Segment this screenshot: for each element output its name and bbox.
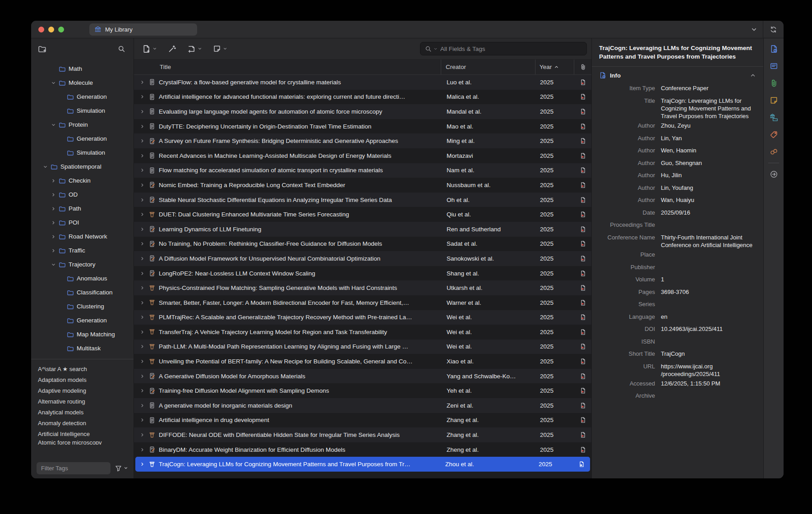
collection-tree-item[interactable]: Spatiotemporal bbox=[31, 160, 134, 174]
row-twisty-icon[interactable] bbox=[139, 271, 145, 276]
row-twisty-icon[interactable] bbox=[139, 109, 145, 114]
item-row[interactable]: A Generative Diffusion Model for Amorpho… bbox=[134, 369, 591, 384]
item-row[interactable]: Training-free Diffusion Model Alignment … bbox=[134, 383, 591, 398]
item-row[interactable]: No Training, No Problem: Rethinking Clas… bbox=[134, 237, 591, 252]
item-row[interactable]: Nomic Embed: Training a Reproducible Lon… bbox=[134, 178, 591, 193]
collection-tree-item[interactable]: OD bbox=[31, 188, 134, 202]
tab-my-library[interactable]: My Library bbox=[89, 23, 197, 36]
item-row[interactable]: Unveiling the Potential of BERT-family: … bbox=[134, 354, 591, 369]
column-header-title[interactable]: Title bbox=[134, 60, 441, 74]
row-twisty-icon[interactable] bbox=[139, 168, 145, 173]
row-twisty-icon[interactable] bbox=[139, 227, 145, 232]
locate-pane-button[interactable] bbox=[770, 170, 778, 179]
row-twisty-icon[interactable] bbox=[139, 285, 145, 290]
row-twisty-icon[interactable] bbox=[139, 138, 145, 143]
related-pane-button[interactable] bbox=[770, 147, 778, 156]
item-row[interactable]: A generative model for inorganic materia… bbox=[134, 398, 591, 413]
field-value[interactable]: Zhou, Zeyu bbox=[661, 120, 757, 129]
field-value[interactable] bbox=[661, 298, 757, 300]
new-collection-button[interactable] bbox=[38, 45, 46, 53]
collection-tree-item[interactable]: Simulation bbox=[31, 104, 134, 118]
zoom-window-button[interactable] bbox=[58, 27, 64, 32]
tag-item[interactable]: Atomic force microscopy bbox=[38, 439, 134, 445]
item-row[interactable]: CrystalFlow: a flow-based generative mod… bbox=[134, 75, 591, 90]
field-value[interactable]: en bbox=[661, 311, 757, 321]
collection-tree-item[interactable]: Generation bbox=[31, 313, 134, 327]
row-twisty-icon[interactable] bbox=[139, 256, 145, 261]
item-row[interactable]: Learning Dynamics of LLM Finetuning Ren … bbox=[134, 222, 591, 237]
field-value[interactable]: Lin, Youfang bbox=[661, 182, 757, 192]
field-value[interactable]: Wan, Huaiyu bbox=[661, 194, 757, 204]
collection-tree-item[interactable]: Molecule bbox=[31, 76, 134, 90]
field-value[interactable]: 2025/09/16 bbox=[661, 207, 757, 216]
collection-tree-item[interactable]: Classification bbox=[31, 285, 134, 299]
field-value[interactable]: TrajCogn: Leveraging LLMs for Cognizing … bbox=[661, 95, 757, 120]
field-value[interactable]: Guo, Shengnan bbox=[661, 157, 757, 167]
row-twisty-icon[interactable] bbox=[139, 94, 145, 99]
row-twisty-icon[interactable] bbox=[139, 153, 145, 158]
field-value[interactable] bbox=[661, 219, 757, 221]
row-twisty-icon[interactable] bbox=[139, 359, 145, 364]
collection-tree-item[interactable]: Protein bbox=[31, 118, 134, 132]
row-twisty-icon[interactable] bbox=[139, 462, 145, 467]
collection-tree-item[interactable]: Anomalous bbox=[31, 271, 134, 285]
column-header-creator[interactable]: Creator bbox=[441, 60, 535, 74]
collapse-section-icon[interactable] bbox=[750, 72, 756, 78]
collection-tree-item[interactable]: Trajectory bbox=[31, 257, 134, 271]
tree-twisty-icon[interactable] bbox=[51, 178, 56, 184]
notes-pane-button[interactable] bbox=[770, 96, 778, 105]
collection-tree-item[interactable]: Path bbox=[31, 202, 134, 216]
tree-twisty-icon[interactable] bbox=[51, 206, 56, 211]
item-row[interactable]: A Survey on Future Frame Synthesis: Brid… bbox=[134, 133, 591, 148]
new-item-button[interactable] bbox=[142, 45, 157, 53]
tag-item[interactable]: Adaptive modeling bbox=[38, 385, 134, 396]
row-twisty-icon[interactable] bbox=[139, 241, 145, 246]
item-row[interactable]: Recent Advances in Machine Learning-Assi… bbox=[134, 148, 591, 163]
field-value[interactable]: Thirty-Fourth International Joint Confer… bbox=[661, 232, 757, 249]
field-value[interactable]: https://www.ijcai.org /proceedings/2025/… bbox=[661, 361, 757, 378]
abstract-pane-button[interactable] bbox=[770, 62, 778, 70]
row-twisty-icon[interactable] bbox=[139, 80, 145, 85]
tag-item[interactable]: Analytical models bbox=[38, 407, 134, 418]
field-value[interactable] bbox=[661, 336, 757, 338]
info-pane-button[interactable] bbox=[770, 45, 778, 53]
row-twisty-icon[interactable] bbox=[139, 315, 145, 320]
item-row[interactable]: Smarter, Better, Faster, Longer: A Moder… bbox=[134, 295, 591, 310]
collection-tree-item[interactable]: Traffic bbox=[31, 243, 134, 257]
tree-twisty-icon[interactable] bbox=[51, 80, 56, 86]
item-row[interactable]: DUET: Dual Clustering Enhanced Multivari… bbox=[134, 207, 591, 222]
field-value[interactable]: Wen, Haomin bbox=[661, 145, 757, 154]
column-header-attachment[interactable] bbox=[574, 60, 591, 74]
item-row[interactable]: A Diffusion Model Framework for Unsuperv… bbox=[134, 251, 591, 266]
tab-list-button[interactable] bbox=[745, 21, 763, 38]
item-row[interactable]: Stable Neural Stochastic Differential Eq… bbox=[134, 193, 591, 207]
field-value[interactable]: TrajCogn bbox=[661, 348, 757, 358]
tree-twisty-icon[interactable] bbox=[51, 122, 56, 128]
collection-tree-item[interactable]: Math bbox=[31, 62, 134, 76]
field-value[interactable]: Hu, Jilin bbox=[661, 170, 757, 179]
tag-item[interactable]: Artificial Intelligence bbox=[38, 428, 134, 439]
collection-tree-item[interactable]: Simulation bbox=[31, 146, 134, 160]
field-value[interactable] bbox=[661, 390, 757, 392]
collection-tree-item[interactable]: Road Network bbox=[31, 229, 134, 243]
field-value[interactable]: 10.24963/ijcai.2025/411 bbox=[661, 323, 757, 333]
row-twisty-icon[interactable] bbox=[139, 344, 145, 349]
tree-twisty-icon[interactable] bbox=[51, 248, 56, 253]
close-window-button[interactable] bbox=[38, 27, 44, 32]
item-row[interactable]: BinaryDM: Accurate Weight Binarization f… bbox=[134, 442, 591, 457]
item-row[interactable]: Artificial intelligence for advanced fun… bbox=[134, 90, 591, 105]
tree-twisty-icon[interactable] bbox=[51, 192, 56, 197]
field-value[interactable] bbox=[661, 262, 757, 263]
collection-tree-item[interactable]: Generation bbox=[31, 90, 134, 104]
search-input[interactable] bbox=[439, 45, 582, 53]
item-row[interactable]: TransferTraj: A Vehicle Trajectory Learn… bbox=[134, 325, 591, 340]
item-row[interactable]: Evaluating large language model agents f… bbox=[134, 104, 591, 119]
search-field[interactable] bbox=[420, 42, 587, 55]
collection-search-button[interactable] bbox=[118, 45, 125, 53]
add-attachment-button[interactable] bbox=[187, 45, 202, 53]
row-twisty-icon[interactable] bbox=[139, 374, 145, 379]
field-value[interactable]: 3698-3706 bbox=[661, 286, 757, 296]
item-row[interactable]: Flow matching for accelerated simulation… bbox=[134, 163, 591, 178]
field-value[interactable] bbox=[661, 249, 757, 251]
tags-pane-button[interactable] bbox=[770, 130, 778, 139]
